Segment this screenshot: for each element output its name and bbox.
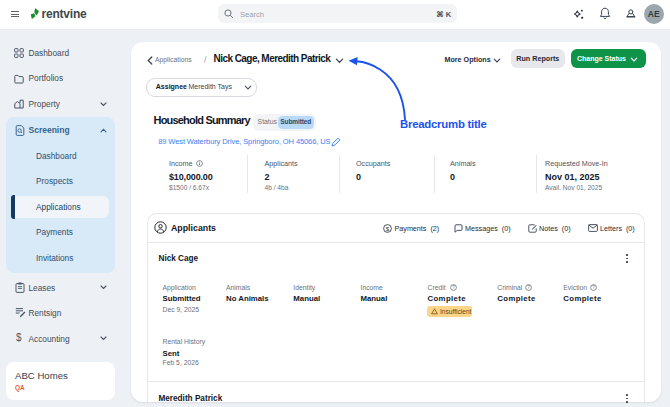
svg-text:?: ? (592, 285, 595, 290)
svg-text:?: ? (527, 285, 530, 290)
svg-text:?: ? (452, 285, 455, 290)
svg-text:$: $ (385, 224, 389, 231)
